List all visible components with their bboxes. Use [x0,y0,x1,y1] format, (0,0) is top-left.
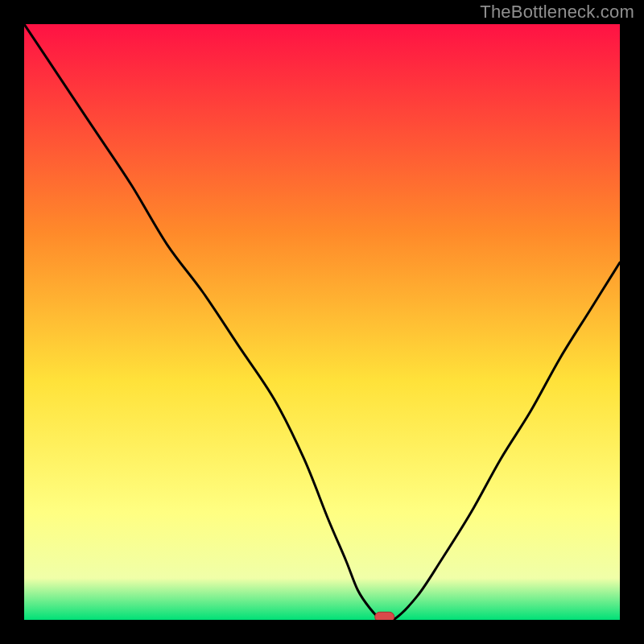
watermark-text: TheBottleneck.com [480,2,634,23]
bottleneck-chart [24,24,620,620]
plot-area [24,24,620,620]
optimal-point-marker [375,612,394,620]
chart-frame: TheBottleneck.com [0,0,644,644]
gradient-background [24,24,620,620]
